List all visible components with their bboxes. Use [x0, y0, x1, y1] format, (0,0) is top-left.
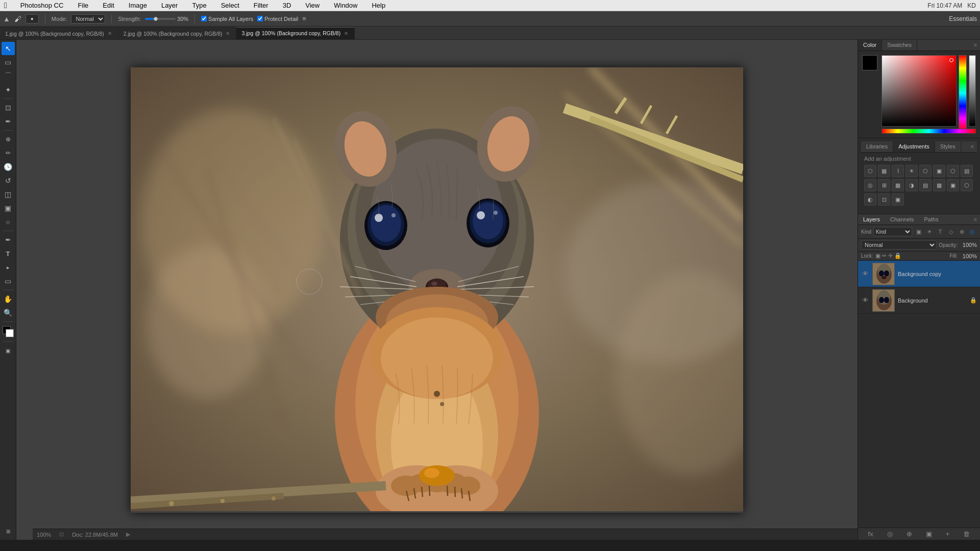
tab-3[interactable]: 3.jpg @ 100% (Background copy, RGB/8) ✕ [236, 27, 355, 39]
adj-threshold[interactable]: ▦ [933, 179, 945, 191]
strength-slider[interactable]: 30% [145, 16, 188, 22]
history-brush-tool[interactable]: ↺ [2, 174, 15, 187]
menu-edit[interactable]: Edit [100, 2, 117, 9]
path-tool[interactable]: ▸ [2, 261, 15, 274]
adj-invert[interactable]: ◑ [905, 179, 918, 191]
adj-curves[interactable]: ⌇ [892, 165, 904, 177]
protect-detail-checkbox[interactable] [257, 16, 263, 21]
new-layer-button[interactable]: + [944, 530, 952, 538]
options-extra-icon[interactable]: ≡ [302, 15, 306, 22]
doc-expand[interactable]: ▶ [126, 531, 130, 538]
lock-pixels-icon[interactable]: ▣ [875, 253, 880, 259]
adj-brightness[interactable]: ⬡ [864, 165, 876, 177]
adj-hsl[interactable]: ▣ [933, 165, 945, 177]
fill-value[interactable]: 100% [960, 253, 977, 259]
lock-position-icon[interactable]: ✛ [888, 253, 893, 259]
color-panel-menu[interactable]: ≡ [971, 40, 980, 51]
filter-shape-icon[interactable]: ◇ [946, 227, 955, 236]
layer-eye-background[interactable]: 👁 [861, 296, 869, 305]
tab-layers[interactable]: Layers [858, 214, 885, 224]
pen-tool[interactable]: ✒ [2, 233, 15, 246]
clone-tool[interactable]: 🕓 [2, 160, 15, 173]
sample-all-layers-label[interactable]: Sample All Layers [201, 16, 253, 22]
filter-smart-icon[interactable]: ⊕ [957, 227, 966, 236]
opacity-value[interactable]: 100% [960, 242, 977, 248]
adj-bw[interactable]: ▤ [961, 165, 973, 177]
text-tool[interactable]: T [2, 247, 15, 260]
adj-extra-1[interactable]: ⊡ [878, 193, 890, 206]
tab-paths[interactable]: Paths [919, 214, 944, 224]
menu-image[interactable]: Image [126, 2, 150, 9]
tab-color[interactable]: Color [858, 40, 882, 51]
menu-layer[interactable]: Layer [158, 2, 181, 9]
layer-item-background-copy[interactable]: 👁 Background copy [858, 261, 980, 287]
adj-color-lookup[interactable]: ▦ [892, 179, 904, 191]
menu-select[interactable]: Select [218, 2, 242, 9]
heal-tool[interactable]: ⊕ [2, 133, 15, 146]
tool-preset-button[interactable]: ▲ [3, 15, 10, 23]
zoom-tool[interactable]: 🔍 [2, 306, 15, 319]
menu-photoshop[interactable]: Photoshop CC [17, 2, 67, 9]
adj-selective-color[interactable]: ⬡ [961, 179, 973, 191]
filter-type-icon[interactable]: T [936, 227, 945, 236]
hue-slider[interactable] [959, 55, 967, 132]
new-group-button[interactable]: ▣ [924, 530, 934, 538]
menu-3d[interactable]: 3D [280, 2, 295, 9]
adj-channel-mixer[interactable]: ⊞ [878, 179, 890, 191]
menu-file[interactable]: File [75, 2, 91, 9]
quick-mask-tool[interactable]: ▣ [2, 344, 15, 357]
tab-1-close[interactable]: ✕ [107, 30, 113, 37]
tab-channels[interactable]: Channels [885, 214, 919, 224]
brush-tool[interactable]: ✏ [2, 146, 15, 160]
tab-3-close[interactable]: ✕ [343, 30, 349, 37]
tab-swatches[interactable]: Swatches [882, 40, 917, 51]
background-color[interactable] [6, 329, 14, 337]
adj-colorbalance[interactable]: ⬡ [947, 165, 959, 177]
gradient-tool[interactable]: ▣ [2, 202, 15, 215]
canvas-area[interactable]: 100% ⊡ Doc: 22.8M/45.8M ▶ [16, 40, 857, 540]
tab-libraries[interactable]: Libraries [861, 141, 893, 152]
crop-tool[interactable]: ⊡ [2, 101, 15, 114]
add-mask-button[interactable]: ◎ [885, 530, 895, 538]
adj-shadows-highlights[interactable]: ◐ [864, 193, 876, 206]
tab-1[interactable]: 1.jpg @ 100% (Background copy, RGB/8) ✕ [0, 27, 118, 39]
sample-all-layers-checkbox[interactable] [201, 16, 207, 21]
eraser-tool[interactable]: ◫ [2, 188, 15, 201]
filter-adj-icon[interactable]: ☀ [925, 227, 934, 236]
tab-2[interactable]: 2.jpg @ 100% (Background copy, RGB/8) ✕ [118, 27, 237, 39]
adj-vibrance[interactable]: ⬡ [919, 165, 932, 177]
lasso-tool[interactable]: ⌒ [2, 69, 15, 83]
move-tool[interactable]: ↖ [2, 42, 15, 55]
menu-help[interactable]: Help [369, 2, 388, 9]
delete-layer-button[interactable]: 🗑 [961, 530, 972, 538]
lock-brush-icon[interactable]: ✏ [882, 253, 887, 259]
eyedropper-tool[interactable]: ✒ [2, 115, 15, 128]
adj-posterize[interactable]: ▤ [919, 179, 932, 191]
apple-menu[interactable]:  [4, 1, 7, 10]
marquee-tool[interactable]: ▭ [2, 56, 15, 69]
tab-2-close[interactable]: ✕ [225, 30, 231, 37]
adj-extra-2[interactable]: ▣ [892, 193, 904, 206]
tab-styles[interactable]: Styles [935, 141, 961, 152]
color-spectrum-bar[interactable] [881, 129, 976, 134]
color-gradient[interactable] [881, 55, 957, 127]
opacity-slider[interactable] [969, 55, 976, 127]
brush-size-selector[interactable]: ● [26, 14, 39, 23]
menu-view[interactable]: View [302, 2, 323, 9]
adj-levels[interactable]: ▦ [878, 165, 890, 177]
layer-item-background[interactable]: 👁 Background 🔒 [858, 287, 980, 314]
screen-mode-tool[interactable]: ⊞ [2, 524, 15, 538]
adj-gradient-map[interactable]: ▣ [947, 179, 959, 191]
filter-toggle[interactable]: ◎ [968, 227, 977, 236]
adj-panel-menu[interactable]: ≡ [968, 141, 977, 152]
menu-type[interactable]: Type [189, 2, 209, 9]
magic-wand-tool[interactable]: ✦ [2, 83, 15, 96]
mode-select[interactable]: Normal Darken Lighten [71, 14, 105, 23]
menu-window[interactable]: Window [331, 2, 360, 9]
fx-button[interactable]: fx [866, 530, 875, 538]
menu-filter[interactable]: Filter [251, 2, 272, 9]
hand-tool[interactable]: ✋ [2, 292, 15, 306]
essentials-label[interactable]: Essentials [949, 15, 977, 22]
new-adjustment-button[interactable]: ⊕ [904, 530, 914, 538]
adj-photo-filter[interactable]: ◎ [864, 179, 876, 191]
